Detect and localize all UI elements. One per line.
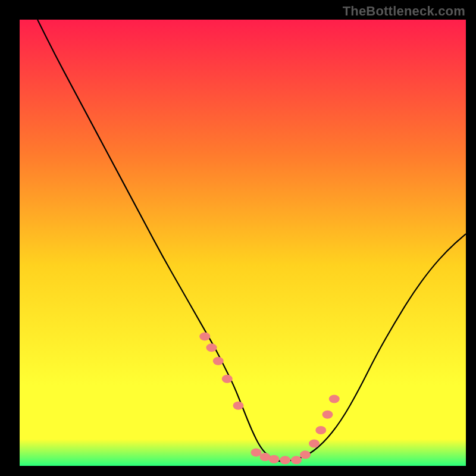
highlight-dot [315,426,326,434]
highlight-dot [233,402,244,410]
highlight-dot [269,455,280,464]
chart-svg [20,20,466,466]
highlight-dot [206,343,217,352]
highlight-dot [199,333,210,341]
highlight-dot [251,449,262,457]
highlight-dot [309,440,320,448]
highlight-dot [280,456,290,464]
chart-frame [20,20,466,466]
watermark-text: TheBottleneck.com [343,4,465,19]
highlight-dot [322,411,333,419]
highlight-dot [291,456,302,464]
gradient-background [20,20,466,466]
highlight-dot [329,395,340,403]
highlight-dot [213,357,224,365]
highlight-dot [300,450,311,459]
highlight-dot [222,375,233,383]
